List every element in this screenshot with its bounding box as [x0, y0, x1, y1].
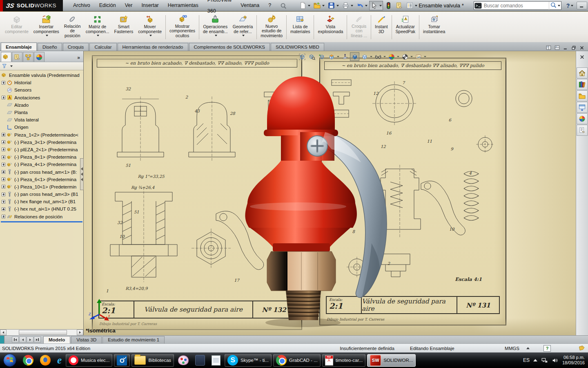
dropdown-icon[interactable]: [336, 5, 339, 7]
expand-icon[interactable]: [2, 81, 5, 85]
dropdown-icon[interactable]: [242, 35, 245, 36]
doc-close-icon[interactable]: [579, 45, 585, 51]
nuevo-estudio-de-movimiento-button[interactable]: Nuevoestudio demovimiento: [258, 13, 285, 41]
tree-item-sensors[interactable]: Sensors: [0, 86, 83, 94]
menu-archivo[interactable]: Archivo: [69, 0, 95, 11]
edit-appearance-button[interactable]: [387, 52, 396, 61]
tree-item-pieza-6-1-predete[interactable]: (-) Pieza_6<1> (Predetermina: [0, 176, 83, 183]
task-pane-custom-properties-button[interactable]: [577, 125, 588, 136]
apply-scene-button[interactable]: [400, 52, 410, 61]
dropdown-icon[interactable]: [46, 35, 48, 36]
panel-splitter-handle[interactable]: [80, 158, 84, 190]
quick-tips-icon[interactable]: ?: [543, 345, 551, 352]
prop-sheet-button[interactable]: [394, 1, 404, 10]
tray-expand-icon[interactable]: [533, 359, 537, 361]
dropdown-icon[interactable]: [415, 5, 417, 7]
taskbar-bibliotecas[interactable]: Bibliotecas: [131, 354, 174, 367]
panel-tab-assembly-manager[interactable]: [1, 52, 11, 62]
tree-item-ensamble-valvula-prede[interactable]: Ensamble valvula (Predeterminad: [0, 72, 83, 79]
expand-icon[interactable]: [2, 185, 5, 188]
actualizar-speedpak-button[interactable]: ActualizarSpeedPak: [393, 13, 418, 41]
tree-item-pieza-10-1-predet[interactable]: (-) Pieza_10<1> (Predetermin: [0, 183, 83, 191]
insertar-componentes-button[interactable]: Insertarcomponentes: [31, 13, 62, 41]
section-view-button[interactable]: [327, 52, 336, 61]
normal-to-button[interactable]: [340, 52, 350, 61]
search-shortcut-icon[interactable]: [280, 2, 287, 9]
view-orientation-button[interactable]: [350, 52, 359, 61]
search-input[interactable]: [482, 3, 549, 9]
task-pane-design-library-button[interactable]: [577, 79, 588, 90]
options-list-button[interactable]: [405, 1, 419, 10]
expand-icon[interactable]: [2, 163, 5, 166]
taskbar-notepad[interactable]: [209, 354, 223, 367]
cursor-button[interactable]: [369, 1, 383, 10]
smart-fasteners-button[interactable]: SmartFasteners: [112, 13, 136, 41]
magnifier-icon[interactable]: [550, 2, 557, 10]
mover-componente-button[interactable]: Movercomponente: [136, 13, 164, 41]
vista-explosionada-button[interactable]: Vistaexplosionada: [315, 13, 345, 41]
tab-vistas-3d[interactable]: Vistas 3D: [71, 336, 102, 343]
filter-dropdown-icon[interactable]: [10, 65, 13, 67]
task-pane-appearances-button[interactable]: [577, 113, 588, 124]
taskbar-solidwor[interactable]: SWSOLIDWOR...: [367, 354, 416, 367]
previous-tab-icon[interactable]: [19, 337, 26, 343]
search-dropdown-icon[interactable]: [558, 5, 560, 7]
tab-calcular[interactable]: Calcular: [89, 43, 116, 51]
start-button[interactable]: [0, 352, 20, 368]
folder-open-button[interactable]: [312, 1, 326, 10]
dropdown-icon[interactable]: [337, 56, 339, 57]
tab-modelo[interactable]: Modelo: [43, 336, 70, 343]
command-search[interactable]: [474, 1, 561, 10]
taskbar-timoteo-car[interactable]: PDF⼈timoteo-car...: [322, 354, 365, 367]
tag-icon[interactable]: [578, 345, 585, 352]
traffic-light-button[interactable]: [383, 1, 394, 10]
menu-edici-n[interactable]: Edición: [95, 0, 120, 11]
task-pane-view-palette-button[interactable]: [577, 102, 588, 113]
tree-item-pieza-3-1-predete[interactable]: (-) Pieza_3<1> (Predetermina: [0, 139, 83, 146]
expand-icon[interactable]: [2, 155, 5, 159]
tile-horizontal-icon[interactable]: [546, 45, 552, 51]
dropdown-icon[interactable]: [379, 5, 382, 7]
task-pane-home-button[interactable]: [577, 67, 588, 79]
taskbar-paint[interactable]: [176, 354, 191, 367]
undo-button[interactable]: [355, 1, 369, 10]
dropdown-icon[interactable]: [370, 56, 372, 57]
taskbar-grabcad[interactable]: GrabCAD - ...: [273, 354, 321, 367]
tab-estudio-de-movimiento-1[interactable]: Estudio de movimiento 1: [102, 336, 165, 343]
doc-new-button[interactable]: [298, 1, 312, 10]
tree-item-pieza-1-2-predetermin[interactable]: Pieza_1<2> (Predeterminado<: [0, 131, 83, 139]
units-caret-icon[interactable]: [526, 347, 530, 349]
volume-icon[interactable]: [552, 357, 559, 364]
dropdown-icon[interactable]: [149, 35, 152, 36]
doc-minimize-icon[interactable]: [563, 45, 568, 51]
menu-[interactable]: ?: [264, 0, 276, 11]
panel-tab-property-manager[interactable]: [12, 52, 22, 62]
tree-item-relaciones-de-posici-n[interactable]: Relaciones de posición: [0, 213, 83, 220]
taskbar-firefox[interactable]: [38, 354, 53, 367]
save-button[interactable]: [326, 1, 340, 10]
geometr-a-de-refer-button[interactable]: Geometríade refer...: [230, 13, 256, 41]
task-pane-file-explorer-button[interactable]: [577, 90, 588, 101]
tab-dise-o[interactable]: Diseño: [38, 43, 62, 51]
expand-icon[interactable]: [2, 170, 5, 174]
previous-view-button[interactable]: [317, 52, 326, 61]
display-style-button[interactable]: [360, 52, 369, 61]
tree-item-pan-cross-head-am-3[interactable]: (-) pan cross head_am<3> (B1: [0, 191, 83, 198]
mostrar-componentes-ocultos-button[interactable]: Mostrarcomponentesocultos: [167, 13, 198, 41]
taskbar-skype-ti[interactable]: SSkype™ - ti...: [225, 354, 272, 367]
zoom-to-fit-button[interactable]: [297, 52, 307, 61]
dropdown-icon[interactable]: [215, 35, 217, 36]
expand-icon[interactable]: [2, 133, 5, 137]
menu-herramientas[interactable]: Herramientas: [163, 0, 203, 11]
tab-herramientas-de-renderizado[interactable]: Herramientas de renderizado: [118, 43, 188, 51]
tree-item-pieza-4-1-predete[interactable]: (-) Pieza_4<1> (Predetermina: [0, 161, 83, 168]
tree-item-vista-lateral[interactable]: Vista lateral: [0, 116, 83, 123]
language-indicator[interactable]: ES: [523, 357, 530, 363]
units-label[interactable]: MMGS: [498, 346, 526, 351]
relaci-n-de-posici-n-button[interactable]: Relacióndeposición: [62, 13, 83, 41]
dropdown-icon[interactable]: [383, 56, 386, 57]
expand-icon[interactable]: [2, 200, 5, 204]
dropdown-icon[interactable]: [397, 56, 399, 57]
tree-item-planta[interactable]: Planta: [0, 109, 83, 116]
tab-complementos-de-solidworks[interactable]: Complementos de SOLIDWORKS: [189, 43, 270, 51]
